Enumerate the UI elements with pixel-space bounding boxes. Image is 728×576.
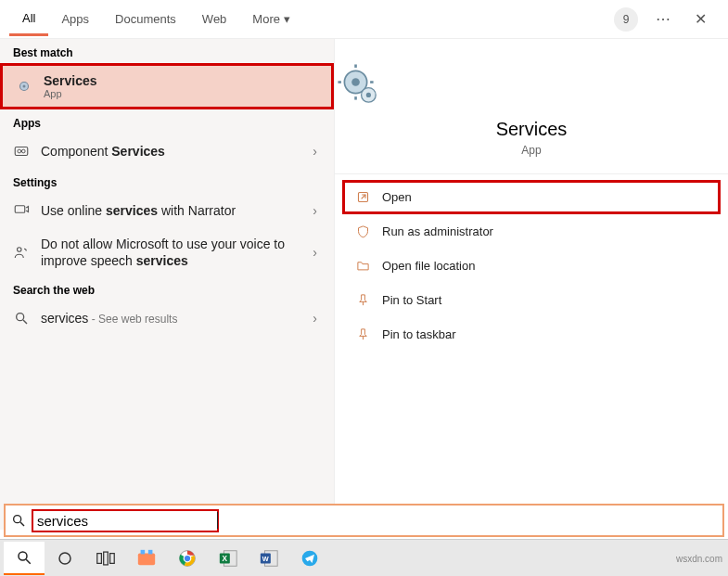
svg-point-10 xyxy=(351,78,360,86)
detail-column: Services App Open Run as administrator O… xyxy=(334,39,728,530)
section-web: Search the web xyxy=(0,276,334,301)
folder-icon xyxy=(354,259,371,273)
search-tab-row: All Apps Documents Web More ▾ 9 ⋯ ✕ xyxy=(0,0,728,39)
taskbar-telegram[interactable] xyxy=(289,542,330,575)
svg-rect-24 xyxy=(97,553,102,563)
taskbar-search-button[interactable] xyxy=(4,542,45,575)
result-text-pre: Use online xyxy=(41,203,106,218)
result-text-bold: services xyxy=(106,203,158,218)
svg-point-7 xyxy=(17,314,24,321)
svg-line-8 xyxy=(23,320,27,324)
close-icon[interactable]: ✕ xyxy=(685,5,715,34)
more-options-icon[interactable]: ⋯ xyxy=(648,5,678,34)
taskbar: X W wsxdn.com xyxy=(0,539,728,576)
taskbar-excel[interactable]: X xyxy=(208,542,249,575)
tab-more[interactable]: More ▾ xyxy=(239,4,302,34)
svg-point-6 xyxy=(18,248,22,252)
action-label: Open file location xyxy=(382,259,475,273)
search-icon xyxy=(11,513,26,528)
result-text-hint: - See web results xyxy=(88,313,177,326)
result-text-bold: Services xyxy=(111,144,165,159)
detail-title: Services xyxy=(335,119,728,140)
action-label: Pin to taskbar xyxy=(382,327,456,341)
search-field[interactable] xyxy=(4,504,724,537)
chevron-right-icon: › xyxy=(313,144,323,159)
action-label: Pin to Start xyxy=(382,293,441,307)
tab-web[interactable]: Web xyxy=(189,4,240,34)
gear-icon xyxy=(14,76,34,96)
speech-icon xyxy=(11,242,32,262)
action-open[interactable]: Open xyxy=(342,180,721,214)
svg-rect-28 xyxy=(141,549,146,554)
taskbar-word[interactable]: W xyxy=(249,542,289,575)
gear-large-icon xyxy=(335,61,728,109)
svg-rect-26 xyxy=(110,553,115,563)
action-pin-start[interactable]: Pin to Start xyxy=(342,283,721,317)
chevron-right-icon: › xyxy=(313,203,323,218)
taskbar-chrome[interactable] xyxy=(167,542,208,575)
tab-all[interactable]: All xyxy=(9,3,48,36)
taskbar-cortana-button[interactable] xyxy=(45,542,85,575)
component-icon xyxy=(11,141,32,161)
result-services[interactable]: Services App xyxy=(0,63,334,109)
section-apps: Apps xyxy=(0,109,334,134)
search-input[interactable] xyxy=(32,509,219,532)
action-label: Open xyxy=(382,190,412,204)
section-best-match: Best match xyxy=(0,39,334,63)
result-text-pre: Component xyxy=(41,144,111,159)
result-text-bold: services xyxy=(136,253,188,268)
result-subtitle: App xyxy=(44,88,294,99)
svg-rect-27 xyxy=(138,553,155,565)
svg-rect-29 xyxy=(148,549,153,554)
svg-point-19 xyxy=(14,516,21,523)
narrator-icon xyxy=(11,200,32,221)
result-component-services[interactable]: Component Services › xyxy=(0,134,334,169)
svg-point-16 xyxy=(366,93,371,97)
detail-subtitle: App xyxy=(335,144,728,157)
taskbar-app-1[interactable] xyxy=(126,542,167,575)
pin-icon xyxy=(354,293,371,307)
svg-point-21 xyxy=(19,552,27,560)
pin-icon xyxy=(354,327,371,341)
result-web-services[interactable]: services - See web results › xyxy=(0,301,334,336)
tab-apps[interactable]: Apps xyxy=(48,4,102,34)
action-label: Run as administrator xyxy=(382,224,493,238)
watermark: wsxdn.com xyxy=(676,554,722,564)
svg-text:W: W xyxy=(262,554,269,562)
svg-line-18 xyxy=(361,195,364,198)
result-narrator-services[interactable]: Use online services with Narrator › xyxy=(0,193,334,228)
result-text-term: services xyxy=(41,311,88,326)
svg-rect-25 xyxy=(104,552,109,565)
text-caret xyxy=(217,512,218,529)
open-icon xyxy=(354,190,371,204)
result-title: Services xyxy=(44,73,294,88)
result-speech-services[interactable]: Do not allow Microsoft to use your voice… xyxy=(0,228,334,276)
tab-documents[interactable]: Documents xyxy=(102,4,189,34)
results-column: Best match Services App Apps Component S… xyxy=(0,39,334,530)
svg-line-22 xyxy=(26,559,31,564)
svg-point-1 xyxy=(23,85,26,88)
svg-point-4 xyxy=(21,149,25,153)
chevron-down-icon: ▾ xyxy=(284,12,290,26)
result-text-post: with Narrator xyxy=(158,203,236,218)
recent-badge[interactable]: 9 xyxy=(611,5,641,34)
chevron-right-icon: › xyxy=(313,311,323,326)
action-open-location[interactable]: Open file location xyxy=(342,249,721,283)
section-settings: Settings xyxy=(0,169,334,193)
taskbar-taskview-button[interactable] xyxy=(85,542,126,575)
svg-point-31 xyxy=(184,555,191,562)
svg-text:X: X xyxy=(223,554,228,562)
shield-icon xyxy=(354,224,371,238)
action-run-admin[interactable]: Run as administrator xyxy=(342,214,721,249)
svg-point-3 xyxy=(18,149,21,153)
action-pin-taskbar[interactable]: Pin to taskbar xyxy=(342,317,721,352)
svg-line-20 xyxy=(20,522,24,526)
chevron-right-icon: › xyxy=(313,245,323,260)
svg-point-23 xyxy=(59,553,70,564)
svg-rect-5 xyxy=(15,206,25,213)
search-icon xyxy=(11,308,32,328)
